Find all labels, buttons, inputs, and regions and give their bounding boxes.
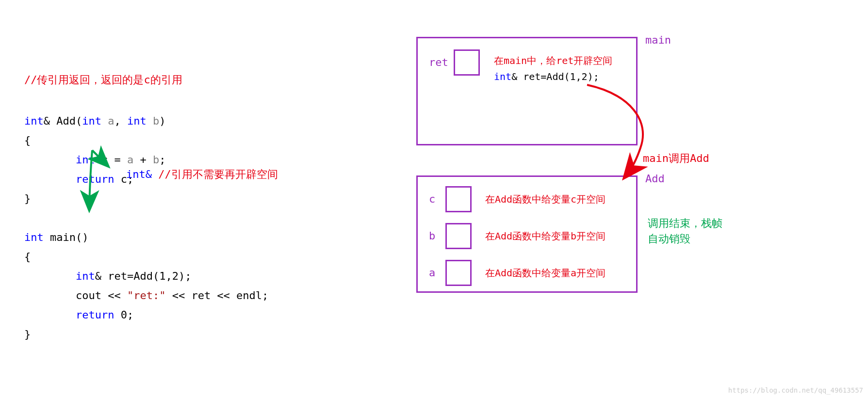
red-call-arrow	[0, 0, 868, 397]
end-call-note: 调用结束，栈帧自动销毁	[648, 216, 722, 247]
watermark: https://blog.codn.net/qq_49613557	[728, 386, 863, 394]
